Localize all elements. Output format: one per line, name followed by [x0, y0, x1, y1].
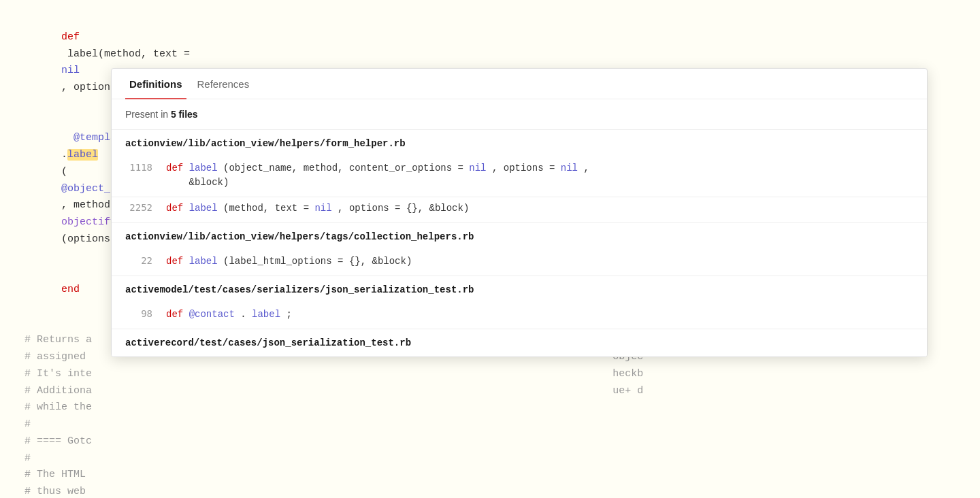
- file-path-3[interactable]: activemodel/test/cases/serializers/json_…: [112, 276, 927, 303]
- comment-9: # The HTML: [24, 467, 980, 484]
- comment-7: # ==== Gotc: [24, 433, 980, 450]
- file-group-4: activerecord/test/cases/json_serializati…: [112, 329, 927, 356]
- comment-10: # thus web: [24, 484, 980, 498]
- summary-count: 5 files: [171, 109, 198, 120]
- comment-3: # It's inte heckb: [24, 366, 980, 383]
- nil-keyword: nil: [61, 65, 80, 76]
- keyword-def: def: [61, 31, 80, 43]
- summary-prefix: Present in: [125, 109, 171, 120]
- file-path-2[interactable]: actionview/lib/action_view/helpers/tags/…: [112, 223, 927, 250]
- file-group-2: actionview/lib/action_view/helpers/tags/…: [112, 223, 927, 276]
- code-editor: def label(method, text = nil , options =…: [0, 0, 980, 498]
- code-text: label(method, text =: [61, 48, 196, 60]
- end-keyword: end: [61, 284, 80, 295]
- line-number-98: 98: [125, 308, 152, 319]
- file-group-3: activemodel/test/cases/serializers/json_…: [112, 276, 927, 329]
- line-number-2252: 2252: [125, 201, 152, 213]
- comment-5: # while the: [24, 399, 980, 416]
- code-entry-1118: 1118 def label (object_name, method, con…: [112, 157, 927, 197]
- file-group-2252: 2252 def label (method, text = nil , opt…: [112, 197, 927, 223]
- tab-definitions[interactable]: Definitions: [125, 69, 186, 99]
- code-entry-22: 22 def label (label_html_options = {}, &…: [112, 250, 927, 276]
- code-snippet-98: def @contact . label ;: [166, 308, 292, 322]
- popup-tab-bar: Definitions References: [112, 69, 927, 99]
- code-entry-2252: 2252 def label (method, text = nil , opt…: [112, 197, 927, 222]
- line-number-22: 22: [125, 254, 152, 266]
- comment-6: #: [24, 416, 980, 433]
- code-dot: .: [61, 149, 67, 161]
- definitions-popup: Definitions References Present in 5 file…: [111, 68, 928, 357]
- file-count-summary: Present in 5 files: [112, 99, 927, 130]
- code-entry-98: 98 def @contact . label ;: [112, 303, 927, 329]
- code-text: (: [61, 166, 67, 178]
- code-snippet-1118: def label (object_name, method, content_…: [166, 161, 589, 190]
- comment-8: #: [24, 450, 980, 467]
- comment-4: # Additiona ue+ d: [24, 383, 980, 400]
- file-path-4[interactable]: activerecord/test/cases/json_serializati…: [112, 329, 927, 356]
- highlighted-label: label: [67, 149, 98, 161]
- code-snippet-2252: def label (method, text = nil , options …: [166, 201, 469, 216]
- file-group-1: actionview/lib/action_view/helpers/form_…: [112, 130, 927, 197]
- file-path-1[interactable]: actionview/lib/action_view/helpers/form_…: [112, 130, 927, 157]
- tab-references[interactable]: References: [193, 69, 254, 99]
- line-number-1118: 1118: [125, 161, 152, 173]
- code-snippet-22: def label (label_html_options = {}, &blo…: [166, 254, 412, 269]
